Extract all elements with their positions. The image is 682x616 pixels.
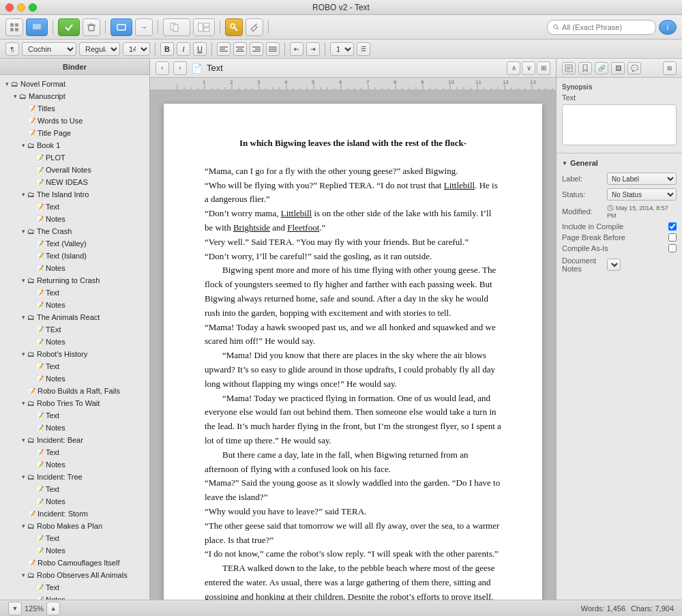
label-select[interactable]: No Label: [607, 173, 677, 185]
tree-item-incident-tree-text[interactable]: 📝Text: [0, 483, 149, 495]
tree-item-island-notes[interactable]: 📝Notes: [0, 213, 149, 225]
toolbar-layout-btn[interactable]: [193, 18, 215, 36]
inspector-tab-photo[interactable]: 🖼: [611, 62, 625, 74]
tree-arrow-robo-observes[interactable]: ▾: [19, 572, 27, 578]
minimize-button[interactable]: [17, 3, 25, 12]
tree-arrow-book1[interactable]: ▾: [19, 142, 27, 149]
close-button[interactable]: [5, 3, 14, 12]
tree-item-plot[interactable]: 📝PLOT: [0, 151, 149, 164]
toolbar-edit-btn[interactable]: [246, 18, 263, 36]
nav-down-btn[interactable]: ∨: [522, 61, 535, 75]
tree-item-new-ideas[interactable]: 📝NEW IDEAS: [0, 176, 149, 188]
toolbar-info-btn[interactable]: i: [659, 20, 677, 35]
tree-item-crash-text-island[interactable]: 📝Text (Island): [0, 250, 149, 262]
tree-item-robo-observes-text[interactable]: 📝Text: [0, 581, 149, 593]
spacing-select[interactable]: 1.2: [330, 42, 354, 56]
align-center-btn[interactable]: [233, 42, 247, 56]
indent-increase-btn[interactable]: ⇥: [306, 42, 320, 56]
tree-arrow-robots-history[interactable]: ▾: [19, 351, 27, 357]
tree-item-island-intro[interactable]: ▾🗂The Island Intro: [0, 188, 149, 201]
tree-item-title-page[interactable]: 📝Title Page: [0, 127, 149, 139]
style-select[interactable]: Regular: [79, 42, 120, 56]
editor-wrapper[interactable]: In which Bigwing leaves the island with …: [150, 90, 556, 600]
toolbar-key-btn[interactable]: [225, 18, 243, 36]
tree-arrow-animals-react[interactable]: ▾: [19, 314, 27, 321]
underline-btn[interactable]: U: [193, 42, 207, 56]
tree-item-crash-notes[interactable]: 📝Notes: [0, 262, 149, 274]
tree-item-incident-tree[interactable]: ▾🗂Incident: Tree: [0, 471, 149, 483]
inspector-tab-comment[interactable]: 💬: [627, 62, 641, 74]
nav-forward-btn[interactable]: ›: [173, 61, 187, 75]
nav-up-btn[interactable]: ∧: [507, 61, 520, 75]
toolbar-view-btn[interactable]: [110, 18, 132, 36]
tree-arrow-novel-format[interactable]: ▾: [3, 80, 11, 87]
inspector-tab-link[interactable]: 🔗: [595, 62, 608, 74]
align-left-btn[interactable]: [217, 42, 231, 56]
font-select[interactable]: Cochin: [22, 42, 76, 56]
format-paragraph-btn[interactable]: ¶: [5, 42, 19, 56]
inspector-expand-btn[interactable]: ⊞: [663, 61, 677, 75]
size-select[interactable]: 14: [123, 42, 150, 56]
tree-item-the-crash[interactable]: ▾🗂The Crash: [0, 225, 149, 237]
tree-item-returning-text[interactable]: 📝Text: [0, 287, 149, 299]
tree-item-returning[interactable]: ▾🗂Returning to Crash: [0, 274, 149, 287]
nav-expand-btn[interactable]: ⊞: [537, 61, 550, 75]
tree-item-robo-plan-text[interactable]: 📝Text: [0, 532, 149, 544]
tree-item-incident-storm[interactable]: 📝Incident: Storm: [0, 508, 149, 520]
tree-item-robo-camouflages[interactable]: 📝Robo Camouflages Itself: [0, 557, 149, 569]
indent-decrease-btn[interactable]: ⇤: [290, 42, 303, 56]
search-input[interactable]: [562, 23, 650, 31]
toolbar-check-btn[interactable]: [58, 18, 80, 36]
tree-item-returning-notes[interactable]: 📝Notes: [0, 299, 149, 311]
editor-page[interactable]: In which Bigwing leaves the island with …: [164, 104, 542, 600]
tree-item-animals-notes[interactable]: 📝Notes: [0, 336, 149, 348]
tree-item-robots-text[interactable]: 📝Text: [0, 360, 149, 372]
tree-item-manuscript[interactable]: ▾🗂Manuscript: [0, 90, 149, 102]
tree-item-incident-bear-notes[interactable]: 📝Notes: [0, 458, 149, 471]
include-compile-checkbox[interactable]: [668, 222, 677, 231]
tree-item-words-to-use[interactable]: 📝Words to Use: [0, 115, 149, 127]
tree-arrow-robo-tries[interactable]: ▾: [19, 400, 27, 407]
toolbar-trash-btn[interactable]: [83, 18, 100, 36]
tree-item-incident-tree-notes[interactable]: 📝Notes: [0, 495, 149, 508]
tree-item-book1[interactable]: ▾🗂Book 1: [0, 139, 149, 151]
tree-item-robo-tries-notes[interactable]: 📝Notes: [0, 422, 149, 434]
inspector-tab-bookmark[interactable]: [578, 62, 592, 74]
list-btn[interactable]: ☰: [357, 42, 370, 56]
tree-arrow-returning[interactable]: ▾: [19, 277, 27, 284]
tree-item-robo-plan[interactable]: ▾🗂Robo Makes a Plan: [0, 520, 149, 532]
tree-item-robots-history[interactable]: ▾🗂Robot's History: [0, 348, 149, 360]
tree-item-incident-bear-text[interactable]: 📝Text: [0, 446, 149, 458]
status-select[interactable]: No Status: [607, 188, 677, 201]
toolbar-color-btn[interactable]: [26, 18, 48, 36]
tree-item-robo-observes[interactable]: ▾🗂Robo Observes All Animals: [0, 569, 149, 581]
tree-item-crash-text-valley[interactable]: 📝Text (Valley): [0, 237, 149, 250]
tree-arrow-incident-tree[interactable]: ▾: [19, 473, 27, 480]
align-justify-btn[interactable]: [266, 42, 280, 56]
tree-item-animals-react[interactable]: ▾🗂The Animals React: [0, 311, 149, 323]
tree-item-robo-tries[interactable]: ▾🗂Robo Tries To Wait: [0, 397, 149, 409]
tree-item-robo-observes-notes[interactable]: 📝Notes: [0, 593, 149, 600]
tree-item-incident-bear[interactable]: ▾🗂Incident: Bear: [0, 434, 149, 446]
nav-back-btn[interactable]: ‹: [155, 61, 169, 75]
tree-item-robo-plan-notes[interactable]: 📝Notes: [0, 544, 149, 557]
maximize-button[interactable]: [29, 3, 37, 12]
align-right-btn[interactable]: [250, 42, 263, 56]
tree-item-robo-tries-text[interactable]: 📝Text: [0, 409, 149, 422]
tree-item-novel-format[interactable]: ▾🗂Novel Format: [0, 78, 149, 90]
zoom-up-btn[interactable]: ▲: [46, 602, 60, 615]
compile-as-is-checkbox[interactable]: [668, 244, 677, 252]
tree-item-robots-notes[interactable]: 📝Notes: [0, 372, 149, 385]
toolbar-pages-btn[interactable]: [163, 18, 190, 36]
tree-item-overall-notes[interactable]: 📝Overall Notes: [0, 164, 149, 176]
tree-arrow-the-crash[interactable]: ▾: [19, 228, 27, 235]
tree-arrow-manuscript[interactable]: ▾: [11, 93, 19, 100]
tree-arrow-island-intro[interactable]: ▾: [19, 191, 27, 198]
page-break-checkbox[interactable]: [668, 233, 677, 241]
tree-item-titles[interactable]: 📝Titles: [0, 102, 149, 115]
tree-arrow-robo-plan[interactable]: ▾: [19, 523, 27, 529]
toolbar-btn-1[interactable]: [5, 18, 23, 36]
doc-notes-select[interactable]: [607, 259, 621, 271]
tree-arrow-incident-bear[interactable]: ▾: [19, 437, 27, 443]
synopsis-textarea[interactable]: [562, 104, 677, 145]
